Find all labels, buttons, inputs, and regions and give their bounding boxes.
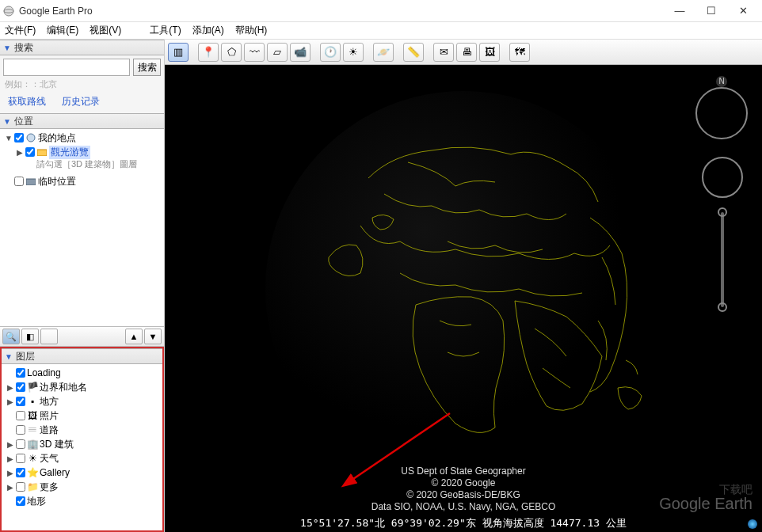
globe-icon [25,132,36,143]
checkbox[interactable] [16,368,25,378]
up-button[interactable]: ▲ [125,329,143,344]
globe-viewer[interactable]: US Dept of State Geographer © 2020 Googl… [165,65,762,532]
email-tool-icon[interactable]: ✉ [433,43,454,62]
flag-icon: 🏴 [27,382,38,393]
menu-help[interactable]: 帮助(H) [235,24,268,37]
globe-render [250,75,677,503]
search-panel: 搜索 例如：：北京 获取路线 历史记录 [0,55,164,113]
checkbox[interactable] [14,133,24,142]
planet-tool-icon[interactable]: 🪐 [373,43,394,62]
layer-item-7[interactable]: ▶⭐Gallery [3,466,161,480]
layer-item-5[interactable]: ▶🏢3D 建筑 [3,437,161,451]
svg-point-5 [265,91,661,487]
history-link[interactable]: 历史记录 [62,95,100,108]
checkbox[interactable] [16,382,25,392]
places-tree: ▼ 我的地点 ▶ 觀光游覽 請勾選［3D 建築物］圖層 临时位置 [0,129,164,190]
maximize-button[interactable]: ☐ [695,1,727,21]
building-icon: 🏢 [27,439,38,450]
svg-point-0 [4,6,13,16]
places-header[interactable]: ▼ 位置 [0,113,164,129]
checkbox[interactable] [16,425,25,435]
checkbox[interactable] [16,468,25,477]
collapse-icon: ▼ [5,352,13,361]
compass-control[interactable] [695,87,748,139]
places-toolbar: 🔍 ◧ ▲ ▼ [0,326,164,347]
blank-tool[interactable] [40,329,58,344]
checkbox[interactable] [16,454,25,463]
square-icon: ▪ [27,396,38,407]
layer-item-0[interactable]: Loading [3,366,161,380]
checkbox[interactable] [25,147,35,157]
record-tour-tool-icon[interactable]: 📹 [290,43,311,62]
layer-item-6[interactable]: ▶☀天气 [3,451,161,466]
places-my-places[interactable]: ▼ 我的地点 [2,131,162,145]
layer-item-2[interactable]: ▶▪地方 [3,394,161,408]
search-header[interactable]: ▼ 搜索 [0,40,164,55]
places-sightseeing[interactable]: ▶ 觀光游覽 [2,145,162,159]
search-button[interactable]: 搜索 [133,59,161,76]
checkbox[interactable] [16,482,25,492]
collapse-icon: ▼ [3,44,11,52]
history-tool-icon[interactable]: 🕐 [320,43,341,62]
checkbox[interactable] [16,411,25,420]
pan-control[interactable] [702,157,743,198]
split-tool-icon[interactable]: ◧ [21,329,39,344]
checkbox[interactable] [16,496,25,506]
print-tool-icon[interactable]: 🖶 [456,43,477,62]
menu-edit[interactable]: 编辑(E) [47,24,78,37]
menu-add[interactable]: 添加(A) [192,24,224,37]
layer-item-9[interactable]: 地形 [3,494,161,508]
sunlight-tool-icon[interactable]: ☀ [343,43,364,62]
search-tool-icon[interactable]: 🔍 [2,329,20,344]
titlebar: Google Earth Pro — ☐ ✕ [0,0,762,22]
attribution-text: US Dept of State Geographer © 2020 Googl… [371,466,556,513]
view-maps-tool-icon[interactable]: 🗺 [509,43,530,62]
google-earth-watermark: Google Earth [659,495,752,513]
collapse-icon: ▼ [3,117,11,126]
main-toolbar: ▥ 📍 ⬠ 〰 ▱ 📹 🕐 ☀ 🪐 📏 ✉ 🖶 🖼 🗺 [165,40,762,65]
road-icon: 𝄘 [27,424,38,435]
layer-item-3[interactable]: 🖼照片 [3,408,161,423]
save-image-tool-icon[interactable]: 🖼 [479,43,500,62]
layers-header[interactable]: ▼ 图层 [2,348,162,364]
svg-rect-3 [37,150,47,156]
status-bar: 15°51'27.58"北 69°39'02.29"东 视角海拔高度 14477… [165,516,762,530]
image-overlay-tool-icon[interactable]: ▱ [267,43,288,62]
layer-item-1[interactable]: ▶🏴边界和地名 [3,380,161,394]
checkbox[interactable] [16,397,25,406]
menubar: 文件(F) 编辑(E) 视图(V) 工具(T) 添加(A) 帮助(H) [0,22,762,40]
checkbox[interactable] [14,177,24,186]
sun-icon: ☀ [27,453,38,464]
photo-icon: 🖼 [27,410,38,421]
routes-link[interactable]: 获取路线 [8,95,46,108]
menu-view[interactable]: 视图(V) [90,24,121,37]
layers-panel-highlighted: ▼ 图层 Loading▶🏴边界和地名▶▪地方🖼照片𝄘道路▶🏢3D 建筑▶☀天气… [0,347,164,532]
down-button[interactable]: ▼ [144,329,162,344]
places-hint: 請勾選［3D 建築物］圖層 [2,159,162,169]
star-icon: ⭐ [27,467,38,478]
layers-tree: Loading▶🏴边界和地名▶▪地方🖼照片𝄘道路▶🏢3D 建筑▶☀天气▶⭐Gal… [2,364,162,530]
path-tool-icon[interactable]: 〰 [244,43,265,62]
menu-file[interactable]: 文件(F) [5,24,36,37]
sidebar-toggle-icon[interactable]: ▥ [168,43,189,62]
folder-icon [36,146,48,158]
search-hint: 例如：：北京 [5,78,161,90]
layer-item-8[interactable]: ▶📁更多 [3,480,161,494]
close-button[interactable]: ✕ [727,1,759,21]
search-input[interactable] [3,59,130,76]
sidebar: ▼ 搜索 搜索 例如：：北京 获取路线 历史记录 ▼ 位置 ▼ 我的地点 [0,40,165,532]
placemark-tool-icon[interactable]: 📍 [198,43,219,62]
folder-icon [25,176,36,187]
zoom-slider[interactable] [718,212,727,307]
checkbox[interactable] [16,439,25,449]
ruler-tool-icon[interactable]: 📏 [403,43,424,62]
minimize-button[interactable]: — [664,1,695,21]
content: ▥ 📍 ⬠ 〰 ▱ 📹 🕐 ☀ 🪐 📏 ✉ 🖶 🖼 🗺 [165,40,762,532]
svg-point-2 [27,134,35,142]
app-icon [3,6,14,17]
folder-icon: 📁 [27,481,38,492]
polygon-tool-icon[interactable]: ⬠ [221,43,242,62]
places-temp[interactable]: 临时位置 [2,174,162,188]
menu-tools[interactable]: 工具(T) [150,24,181,37]
layer-item-4[interactable]: 𝄘道路 [3,423,161,437]
